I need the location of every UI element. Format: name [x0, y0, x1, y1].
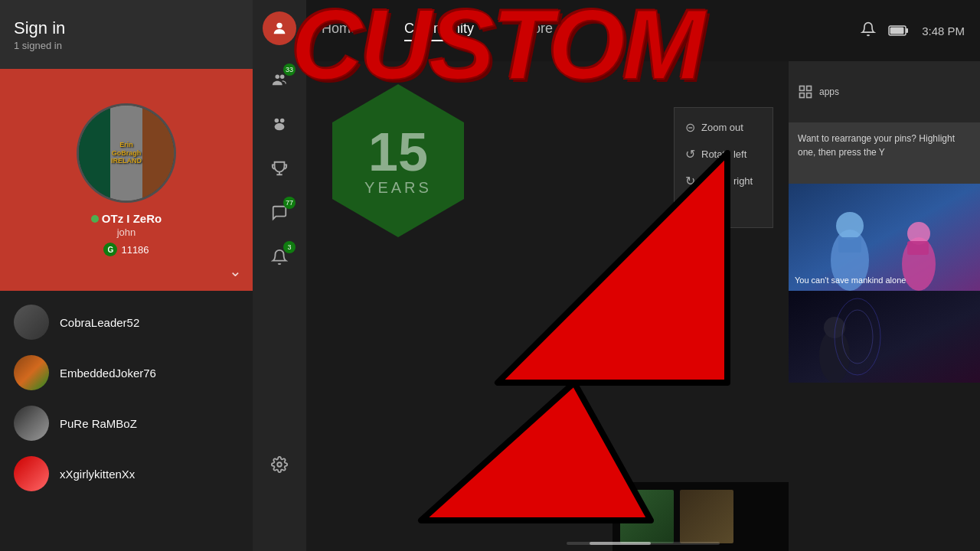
notifications-badge: 3 [283, 241, 296, 253]
list-item[interactable]: CobraLeader52 [0, 297, 253, 347]
settings-button[interactable] [260, 445, 299, 484]
clock: 3:48 PM [922, 24, 965, 37]
scroll-thumb [590, 542, 651, 545]
svg-rect-20 [838, 237, 861, 253]
active-realname: john [117, 227, 136, 238]
online-indicator [91, 215, 99, 223]
svg-rect-11 [800, 86, 805, 91]
sign-in-title: Sign in [14, 18, 239, 38]
messages-badge: 77 [283, 197, 296, 209]
avatar [14, 456, 49, 491]
svg-point-5 [275, 123, 285, 130]
list-item[interactable]: xXgirlykittenXx [0, 448, 253, 499]
profile-button[interactable] [263, 11, 296, 45]
svg-rect-13 [800, 93, 805, 98]
g-badge: G [103, 243, 117, 256]
avatar [14, 305, 49, 340]
svg-rect-9 [906, 28, 908, 33]
username-label: xXgirlykittenXx [60, 468, 135, 481]
achievements-button[interactable] [260, 149, 299, 187]
rotate-left-icon: ↺ [685, 147, 695, 161]
avatar: ErinGoBraghIRELAND [77, 103, 176, 203]
scroll-bar [567, 542, 720, 545]
game1-art [789, 184, 980, 291]
notifications-button[interactable]: 3 [260, 238, 299, 276]
nav-items: Home Community Store [322, 21, 861, 41]
friends-button[interactable]: 33 [260, 60, 299, 99]
rearrange-panel: Want to rearrange your pins? Highlight o… [789, 122, 980, 184]
svg-rect-21 [907, 241, 929, 255]
context-rotate-left[interactable]: ↺ Rotate left [675, 141, 773, 168]
svg-point-0 [276, 23, 282, 28]
sign-in-subtitle: 1 signed in [14, 40, 239, 51]
sign-in-bar: Sign in 1 signed in [0, 0, 253, 69]
thumbnail-item[interactable] [680, 490, 733, 543]
rotate-right-icon: ↻ [685, 174, 695, 188]
username-label: EmbeddedJoker76 [60, 367, 156, 380]
svg-rect-22 [789, 291, 980, 383]
apps-panel[interactable]: apps [789, 61, 980, 122]
svg-point-17 [836, 212, 864, 240]
svg-rect-15 [789, 184, 980, 291]
svg-point-1 [276, 75, 280, 80]
reset-icon: ⊙ [685, 201, 695, 215]
right-panels: apps Want to rearrange your pins? Highli… [789, 61, 980, 551]
chevron-down-icon[interactable]: ⌄ [229, 262, 242, 280]
context-rotate-right[interactable]: ↻ Rotate right [675, 168, 773, 194]
game2-art [789, 291, 980, 383]
nav-right: 3:48 PM [861, 21, 965, 41]
svg-point-2 [280, 75, 285, 80]
zoom-out-icon: ⊝ [685, 120, 695, 135]
years-number: 15 [368, 126, 428, 179]
messages-button[interactable]: 77 [260, 194, 299, 232]
content-area: 15 YEARS ⊝ Zoom out ↺ Rotate left ↻ Rota… [306, 61, 980, 551]
game1-text: You can't save mankind alone [795, 276, 906, 285]
svg-rect-10 [890, 28, 904, 34]
game2-panel[interactable]: GOLD [789, 291, 980, 383]
active-username: OTz I ZeRo [91, 212, 162, 225]
svg-rect-14 [807, 93, 812, 98]
party-button[interactable] [260, 105, 299, 143]
top-navigation: Home Community Store 3:48 PM [306, 0, 980, 61]
game1-panel[interactable]: You can't save mankind alone [789, 184, 980, 291]
svg-rect-12 [807, 86, 812, 91]
active-user-section[interactable]: ErinGoBraghIRELAND OTz I ZeRo john G 111… [0, 69, 253, 291]
svg-point-3 [275, 119, 279, 123]
apps-label: apps [819, 86, 839, 97]
friends-badge: 33 [283, 64, 296, 76]
username-label: CobraLeader52 [60, 316, 139, 329]
avatar [14, 355, 49, 390]
thumbnail-item[interactable] [620, 490, 674, 543]
sidebar: Sign in 1 signed in ErinGoBraghIRELAND O… [0, 0, 253, 551]
nav-home[interactable]: Home [322, 21, 358, 41]
icon-bar: 33 77 3 [253, 0, 306, 551]
svg-point-6 [277, 462, 282, 467]
username-label: PuRe RaMBoZ [60, 417, 137, 430]
years-label: YEARS [364, 179, 432, 197]
context-reset[interactable]: ⊙ Reset [675, 194, 773, 221]
list-item[interactable]: PuRe RaMBoZ [0, 398, 253, 448]
hexagon-shape: 15 YEARS [322, 84, 475, 237]
apps-icon [798, 84, 813, 99]
rearrange-text: Want to rearrange your pins? Highlight o… [798, 132, 971, 159]
notification-icon[interactable] [861, 21, 876, 41]
svg-point-4 [280, 119, 285, 123]
gamerscore: G 11186 [103, 243, 149, 256]
user-list: CobraLeader52 EmbeddedJoker76 PuRe RaMBo… [0, 291, 253, 505]
bottom-strip [612, 482, 789, 551]
nav-community[interactable]: Community [404, 21, 474, 41]
avatar [14, 406, 49, 441]
context-zoom-out[interactable]: ⊝ Zoom out [675, 114, 773, 141]
context-menu: ⊝ Zoom out ↺ Rotate left ↻ Rotate right … [674, 107, 773, 228]
xbox-badge: 15 YEARS [322, 84, 475, 237]
list-item[interactable]: EmbeddedJoker76 [0, 347, 253, 398]
battery-icon [888, 24, 910, 37]
nav-store[interactable]: Store [520, 21, 553, 41]
